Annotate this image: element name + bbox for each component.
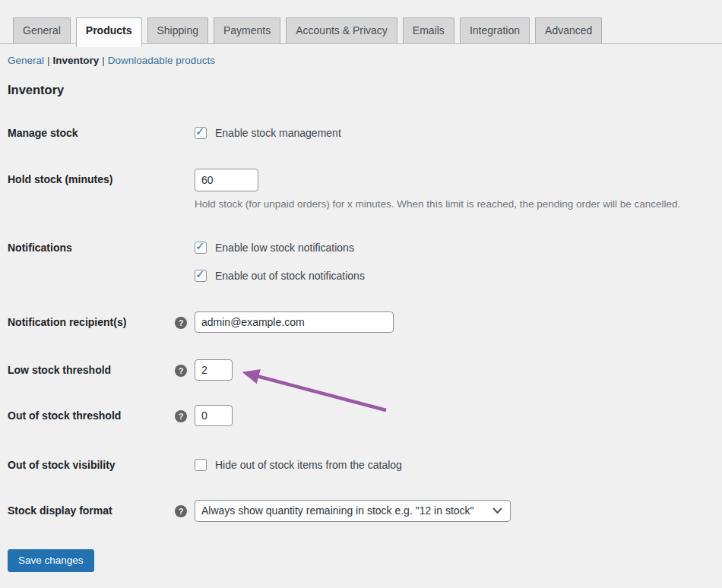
settings-tab-bar: General Products Shipping Payments Accou… xyxy=(0,0,722,47)
help-icon[interactable]: ? xyxy=(175,410,187,422)
subnav-separator: | xyxy=(102,55,105,66)
tab-payments[interactable]: Payments xyxy=(214,17,280,43)
settings-row-hold-stock: Hold stock (minutes) Hold stock (for unp… xyxy=(8,169,722,211)
checkmark-icon: ✓ xyxy=(195,240,205,252)
save-changes-button[interactable]: Save changes xyxy=(8,549,94,572)
selected-option-label: Always show quantity remaining in stock … xyxy=(201,501,486,521)
hide-out-of-stock-checkbox[interactable] xyxy=(195,459,207,471)
subnav-general[interactable]: General xyxy=(8,55,44,66)
field-label: Notification recipient(s) xyxy=(8,311,175,329)
settings-row-notifications: Notifications ✓ Enable low stock notific… xyxy=(8,241,722,283)
out-of-stock-threshold-input[interactable] xyxy=(195,405,233,426)
checkbox-label[interactable]: Enable out of stock notifications xyxy=(215,269,365,283)
settings-row-low-stock-threshold: Low stock threshold ? xyxy=(8,359,722,381)
settings-row-manage-stock: Manage stock ✓ Enable stock management xyxy=(8,126,722,140)
low-stock-threshold-input[interactable] xyxy=(195,359,233,381)
settings-row-stock-display-format: Stock display format ? Always show quant… xyxy=(8,500,722,522)
field-description: Hold stock (for unpaid orders) for x min… xyxy=(195,198,722,211)
help-icon[interactable]: ? xyxy=(175,317,187,329)
tab-advanced[interactable]: Advanced xyxy=(535,17,602,43)
field-label: Out of stock threshold xyxy=(8,405,175,422)
settings-row-notification-recipients: Notification recipient(s) ? xyxy=(8,311,722,333)
field-label: Stock display format xyxy=(8,500,175,517)
field-label: Out of stock visibility xyxy=(8,458,175,472)
checkbox-label[interactable]: Hide out of stock items from the catalog xyxy=(215,458,402,472)
page-title: Inventory xyxy=(8,83,722,96)
stock-display-format-select[interactable]: Always show quantity remaining in stock … xyxy=(195,500,511,522)
checkmark-icon: ✓ xyxy=(195,125,205,138)
field-label: Low stock threshold xyxy=(8,359,175,377)
tab-shipping[interactable]: Shipping xyxy=(147,17,209,43)
subnav-inventory[interactable]: Inventory xyxy=(53,55,100,66)
hold-stock-minutes-input[interactable] xyxy=(195,169,258,191)
tab-general[interactable]: General xyxy=(13,17,71,43)
tab-accounts-privacy[interactable]: Accounts & Privacy xyxy=(286,17,397,43)
tab-emails[interactable]: Emails xyxy=(403,17,454,43)
chevron-down-icon xyxy=(492,507,502,514)
field-label: Manage stock xyxy=(8,126,175,140)
low-stock-notifications-checkbox[interactable]: ✓ xyxy=(195,242,207,254)
field-label: Hold stock (minutes) xyxy=(8,169,175,186)
checkbox-label[interactable]: Enable low stock notifications xyxy=(215,241,354,254)
tab-integration[interactable]: Integration xyxy=(460,17,530,43)
settings-row-out-of-stock-visibility: Out of stock visibility Hide out of stoc… xyxy=(8,458,722,472)
checkbox-label[interactable]: Enable stock management xyxy=(215,126,341,140)
field-label: Notifications xyxy=(8,241,175,254)
manage-stock-checkbox[interactable]: ✓ xyxy=(195,127,207,139)
products-subnav: General|Inventory|Downloadable products xyxy=(8,54,722,68)
out-of-stock-notifications-checkbox[interactable]: ✓ xyxy=(195,270,207,282)
settings-row-out-of-stock-threshold: Out of stock threshold ? xyxy=(8,405,722,426)
notification-recipients-input[interactable] xyxy=(195,311,394,333)
tab-products[interactable]: Products xyxy=(76,17,142,47)
help-icon[interactable]: ? xyxy=(175,365,187,377)
subnav-downloadable-products[interactable]: Downloadable products xyxy=(108,55,215,66)
checkmark-icon: ✓ xyxy=(195,268,205,280)
subnav-separator: | xyxy=(47,55,50,66)
help-icon[interactable]: ? xyxy=(175,505,187,517)
